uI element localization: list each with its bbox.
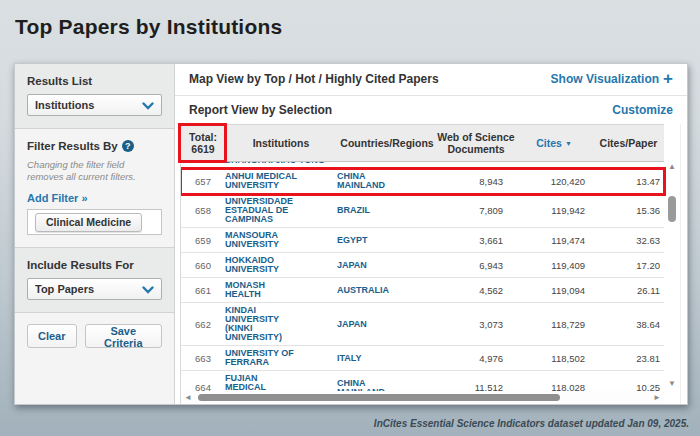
- table-row[interactable]: 664 FUJIAN MEDICAL UNIVERSITY CHINA MAIN…: [181, 371, 664, 391]
- column-header-cites-per-paper: Cites/Paper: [593, 137, 664, 149]
- table-row[interactable]: 663 UNIVERSITY OF FERRARA ITALY 4,976 11…: [181, 346, 664, 371]
- sort-arrow-icon: ▼: [565, 140, 572, 147]
- dataset-footnote: InCites Essential Science Indicators dat…: [374, 418, 689, 429]
- row-cites-per-paper: 15.36: [593, 205, 664, 216]
- scroll-down-icon[interactable]: ▼: [668, 379, 676, 389]
- row-cites-per-paper: 13.47: [593, 176, 664, 187]
- help-question-icon[interactable]: ?: [122, 140, 134, 152]
- report-view-title: Report View by Selection: [189, 103, 332, 117]
- main-panel: Map View by Top / Hot / Highly Cited Pap…: [175, 64, 687, 404]
- results-table: Total: 6619 Institutions Countries/Regio…: [180, 124, 681, 404]
- filter-section: Filter Results By? Changing the filter f…: [15, 129, 174, 248]
- row-wos-documents: 6,943: [437, 260, 515, 271]
- row-cites-per-paper: 26.11: [593, 285, 664, 296]
- row-institution[interactable]: FUJIAN MEDICAL UNIVERSITY: [225, 374, 337, 391]
- row-institution[interactable]: MANSOURA UNIVERSITY: [225, 231, 337, 249]
- map-view-title: Map View by Top / Hot / Highly Cited Pap…: [189, 72, 439, 86]
- column-header-countries: Countries/Regions: [337, 137, 437, 149]
- results-list-section: Results List Institutions: [15, 64, 174, 129]
- row-country: BRAZIL: [337, 206, 437, 215]
- customize-link[interactable]: Customize: [612, 103, 673, 117]
- row-wos-documents: 7,809: [437, 205, 515, 216]
- column-header-wos-documents: Web of Science Documents: [437, 131, 515, 155]
- filter-tag-clinical-medicine[interactable]: Clinical Medicine: [35, 213, 142, 232]
- chevron-down-icon: [142, 280, 154, 298]
- row-rank: 662: [181, 319, 225, 330]
- vertical-scrollbar[interactable]: ▲ ▼: [664, 162, 680, 391]
- actions-section: Clear Save Criteria: [15, 313, 174, 404]
- row-cites: 120,420: [515, 176, 593, 187]
- results-list-value: Institutions: [35, 99, 94, 111]
- row-country: EGYPT: [337, 236, 437, 245]
- row-cites: 119,474: [515, 235, 593, 246]
- results-list-label: Results List: [27, 75, 162, 87]
- row-cites-per-paper: 32.63: [593, 235, 664, 246]
- add-filter-link[interactable]: Add Filter »: [27, 192, 88, 204]
- row-institution[interactable]: ANHUI MEDICAL UNIVERSITY: [225, 172, 337, 190]
- table-scroll-area: SHANGHAI JIAO TONG 657 ANHUI MEDICAL UNI…: [181, 162, 680, 391]
- row-wos-documents: 4,976: [437, 353, 515, 364]
- scroll-right-icon[interactable]: ►: [653, 393, 661, 402]
- row-rank: 659: [181, 235, 225, 246]
- row-wos-documents: 3,661: [437, 235, 515, 246]
- row-rank: 660: [181, 260, 225, 271]
- row-institution[interactable]: UNIVERSIDADE ESTADUAL DE CAMPINAS: [225, 197, 337, 224]
- table-header: Total: 6619 Institutions Countries/Regio…: [181, 124, 664, 162]
- include-results-section: Include Results For Top Papers: [15, 248, 174, 313]
- row-country: ITALY: [337, 354, 437, 363]
- clear-button[interactable]: Clear: [27, 324, 77, 348]
- table-row[interactable]: 658 UNIVERSIDADE ESTADUAL DE CAMPINAS BR…: [181, 194, 664, 228]
- row-cites: 118,502: [515, 353, 593, 364]
- scroll-left-icon[interactable]: ◄: [184, 393, 192, 402]
- table-row[interactable]: 660 HOKKAIDO UNIVERSITY JAPAN 6,943 119,…: [181, 253, 664, 278]
- table-row[interactable]: 661 MONASH HEALTH AUSTRALIA 4,562 119,09…: [181, 278, 664, 303]
- table-row[interactable]: 657 ANHUI MEDICAL UNIVERSITY CHINA MAINL…: [181, 169, 664, 194]
- row-cites: 119,094: [515, 285, 593, 296]
- sidebar: Results List Institutions Filter Results…: [15, 64, 175, 404]
- row-rank: 663: [181, 353, 225, 364]
- row-rank: 664: [181, 382, 225, 391]
- row-wos-documents: 3,073: [437, 319, 515, 330]
- row-cites: 118,028: [515, 382, 593, 391]
- filter-by-label: Filter Results By?: [27, 140, 162, 152]
- row-country: AUSTRALIA: [337, 286, 437, 295]
- row-country: JAPAN: [337, 320, 437, 329]
- scroll-up-icon[interactable]: ▲: [668, 162, 676, 172]
- chevron-down-icon: [142, 96, 154, 114]
- row-cites-per-paper: 10.25: [593, 382, 664, 391]
- row-rank: 658: [181, 205, 225, 216]
- filter-note: Changing the filter field removes all cu…: [27, 159, 162, 182]
- partially-visible-row[interactable]: SHANGHAI JIAO TONG: [181, 162, 664, 169]
- show-visualization-link[interactable]: Show Visualization+: [551, 72, 673, 86]
- row-institution[interactable]: KINDAI UNIVERSITY (KINKI UNIVERSITY): [225, 306, 337, 342]
- row-cites: 118,729: [515, 319, 593, 330]
- row-country: CHINA MAINLAND: [337, 172, 437, 190]
- row-country: JAPAN: [337, 261, 437, 270]
- row-institution[interactable]: HOKKAIDO UNIVERSITY: [225, 256, 337, 274]
- include-results-select[interactable]: Top Papers: [27, 278, 162, 300]
- save-criteria-button[interactable]: Save Criteria: [85, 324, 162, 348]
- row-cites: 119,409: [515, 260, 593, 271]
- total-count: Total: 6619: [181, 131, 225, 155]
- table-row[interactable]: 659 MANSOURA UNIVERSITY EGYPT 3,661 119,…: [181, 228, 664, 253]
- row-institution[interactable]: MONASH HEALTH: [225, 281, 337, 299]
- plus-icon: +: [663, 73, 673, 85]
- horizontal-scroll-thumb[interactable]: [198, 394, 561, 401]
- column-header-cites-sort[interactable]: Cites▼: [515, 137, 593, 150]
- results-list-select[interactable]: Institutions: [27, 94, 162, 116]
- table-body: SHANGHAI JIAO TONG 657 ANHUI MEDICAL UNI…: [181, 162, 664, 391]
- row-cites-per-paper: 38.64: [593, 319, 664, 330]
- table-row[interactable]: 662 KINDAI UNIVERSITY (KINKI UNIVERSITY)…: [181, 303, 664, 346]
- include-results-value: Top Papers: [35, 283, 94, 295]
- row-rank: 661: [181, 285, 225, 296]
- vertical-scroll-thumb[interactable]: [668, 196, 676, 222]
- row-cites-per-paper: 23.81: [593, 353, 664, 364]
- page-title: Top Papers by Institutions: [15, 15, 282, 39]
- row-wos-documents: 11,512: [437, 382, 515, 391]
- row-institution[interactable]: UNIVERSITY OF FERRARA: [225, 349, 337, 367]
- content-card: Results List Institutions Filter Results…: [14, 63, 688, 405]
- row-cites-per-paper: 17.20: [593, 260, 664, 271]
- row-rank: 657: [181, 176, 225, 187]
- horizontal-scrollbar[interactable]: ◄ ►: [181, 391, 664, 404]
- filter-field[interactable]: Clinical Medicine: [27, 209, 162, 235]
